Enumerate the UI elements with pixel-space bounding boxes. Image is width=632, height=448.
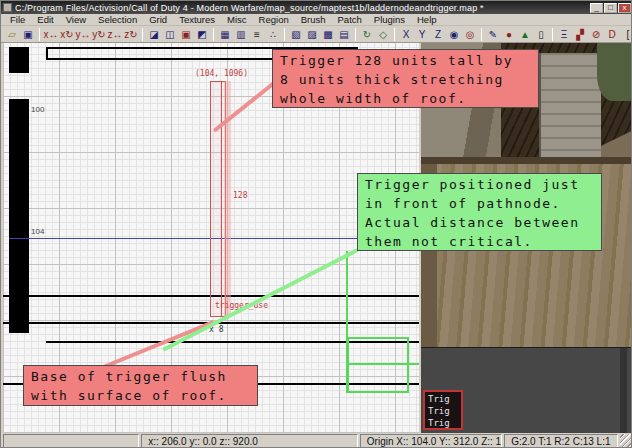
toolbar-separator: [481, 28, 482, 41]
annotation-line: Trigger positioned just: [365, 175, 594, 194]
toolbar: ▱ ▣ x↔ x↻ y↔ y↻ z↔ z↻ ◪ ◫ ▣ ◩ ▦ ▥ ≡ ∴ ▧ …: [1, 26, 632, 43]
pathnode-box[interactable]: [347, 337, 409, 393]
model-icon[interactable]: ▲: [517, 27, 533, 42]
prefab-icon[interactable]: ▞: [572, 27, 588, 42]
close-button[interactable]: x: [618, 3, 631, 13]
camera-view-icon[interactable]: ◉: [446, 27, 462, 42]
grid-coordinate-label: 100: [31, 105, 44, 114]
trigger-texture-thumbnail[interactable]: Trig Trig Trig: [423, 390, 463, 430]
menu-grid[interactable]: Grid: [144, 14, 172, 25]
toolbar-separator: [394, 28, 395, 41]
toolbar-separator: [142, 28, 143, 41]
maximize-button[interactable]: □: [604, 3, 617, 13]
d-tool-icon[interactable]: D: [604, 27, 620, 42]
menu-file[interactable]: File: [5, 14, 30, 25]
texture-scrollbar[interactable]: [620, 348, 627, 433]
annotation-trigger-size: Trigger 128 units tall by 8 units thick …: [272, 49, 539, 108]
cubic-clip-icon[interactable]: ◎: [462, 27, 478, 42]
window-title: C:/Program Files/Activision/Call of Duty…: [15, 3, 586, 13]
rotate-x-icon[interactable]: x↻: [59, 27, 75, 42]
texture-label: Trig: [428, 405, 458, 417]
toolbar-separator: [355, 28, 356, 41]
chimney-texture-block: [539, 53, 601, 173]
bracket-icon[interactable]: [: [620, 27, 632, 42]
texture-lock-icon[interactable]: ▨: [304, 27, 320, 42]
annotation-line: with surface of roof.: [31, 386, 250, 405]
texture-view-icon[interactable]: ▧: [288, 27, 304, 42]
view-y-icon[interactable]: Y: [414, 27, 430, 42]
brush-height-label: 128: [233, 191, 247, 200]
toolbar-separator: [284, 28, 285, 41]
rotate-y-icon[interactable]: y↻: [91, 27, 107, 42]
texture-flush-icon[interactable]: ▩: [320, 27, 336, 42]
menu-patch[interactable]: Patch: [333, 14, 367, 25]
texture-browser[interactable]: Trig Trig Trig: [421, 347, 631, 433]
app-icon: [3, 3, 12, 12]
flip-y-icon[interactable]: y↔: [75, 27, 91, 42]
geometry-wall-left: [9, 99, 29, 333]
menu-view[interactable]: View: [61, 14, 91, 25]
foliage-block: [597, 43, 631, 101]
hollow-icon[interactable]: ▣: [178, 27, 194, 42]
flip-x-icon[interactable]: x↔: [43, 27, 59, 42]
annotation-line: Actual distance between: [365, 213, 594, 232]
cap-texture-icon[interactable]: ▤: [336, 27, 352, 42]
select-touching-icon[interactable]: ▦: [217, 27, 233, 42]
annotation-line: Trigger 128 units tall by: [280, 51, 531, 70]
rotate-z-icon[interactable]: z↻: [123, 27, 139, 42]
annotation-trigger-base: Base of trigger flush with surface of ro…: [23, 365, 258, 406]
func-group-icon[interactable]: ≡: [249, 27, 265, 42]
minimize-button[interactable]: _: [590, 3, 603, 13]
radiant-window: C:/Program Files/Activision/Call of Duty…: [0, 0, 632, 448]
menu-selection[interactable]: Selection: [93, 14, 142, 25]
resize-grip[interactable]: [620, 434, 631, 448]
view-x-icon[interactable]: X: [398, 27, 414, 42]
pen-icon[interactable]: ✎: [485, 27, 501, 42]
texture-label: Trig: [428, 417, 458, 429]
layers-icon[interactable]: Ξ: [556, 27, 572, 42]
view-z-icon[interactable]: Z: [430, 27, 446, 42]
csg-merge-icon[interactable]: ◫: [162, 27, 178, 42]
menu-brush[interactable]: Brush: [296, 14, 331, 25]
csg-subtract-icon[interactable]: ◪: [146, 27, 162, 42]
toolbar-separator: [213, 28, 214, 41]
toolbar-separator: [39, 28, 40, 41]
menu-textures[interactable]: Textures: [174, 14, 220, 25]
status-panel-empty: [3, 434, 139, 448]
free-scale-icon[interactable]: ◇: [375, 27, 391, 42]
status-bar: x:: 206.0 y:: 0.0 z:: 920.0 Origin X:: 1…: [1, 433, 632, 448]
roof-edge-shadow: [421, 157, 631, 164]
disable-icon[interactable]: ⊘: [588, 27, 604, 42]
grid-coordinate-label: 104: [31, 227, 44, 236]
light-icon[interactable]: ●: [501, 27, 517, 42]
clipper-icon[interactable]: ◩: [194, 27, 210, 42]
portal-icon[interactable]: ▯: [533, 27, 549, 42]
annotation-line: 8 units thick stretching: [280, 70, 531, 89]
vertex-mode-icon[interactable]: ∴: [265, 27, 281, 42]
menu-edit[interactable]: Edit: [32, 14, 58, 25]
texture-label: Trig: [428, 393, 458, 405]
annotation-line: them not critical.: [365, 232, 594, 251]
geometry-wall-left: [9, 47, 29, 73]
toolbar-separator: [552, 28, 553, 41]
annotation-line: in front of pathnode.: [365, 194, 594, 213]
status-cursor-coords: x:: 206.0 y:: 0.0 z:: 920.0: [141, 434, 358, 448]
open-icon[interactable]: ▱: [4, 27, 20, 42]
annotation-line: whole width of roof.: [280, 89, 531, 108]
select-inside-icon[interactable]: ▥: [233, 27, 249, 42]
save-icon[interactable]: ▣: [20, 27, 36, 42]
title-bar[interactable]: C:/Program Files/Activision/Call of Duty…: [1, 1, 632, 14]
annotation-line: Base of trigger flush: [31, 367, 250, 386]
free-rotate-icon[interactable]: ↻: [359, 27, 375, 42]
menu-bar: File Edit View Selection Grid Textures M…: [1, 14, 632, 26]
status-counts: G:2.0 T:1 R:2 C:13 L:1: [504, 434, 617, 448]
menu-help[interactable]: Help: [412, 14, 442, 25]
menu-region[interactable]: Region: [254, 14, 294, 25]
trigger-brush-edge: [221, 82, 222, 316]
brush-coords-label: (104, 1096): [195, 69, 248, 78]
flip-z-icon[interactable]: z↔: [107, 27, 123, 42]
annotation-trigger-position: Trigger positioned just in front of path…: [357, 173, 602, 251]
status-origin-coords: Origin X:: 104.0 Y:: 312.0 Z:: 1: [360, 434, 502, 448]
menu-misc[interactable]: Misc: [222, 14, 252, 25]
menu-plugins[interactable]: Plugins: [369, 14, 410, 25]
